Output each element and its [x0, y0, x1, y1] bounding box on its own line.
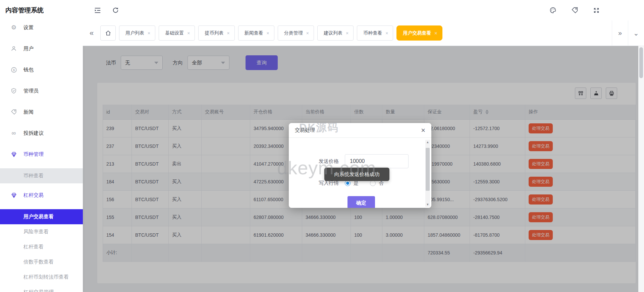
close-icon[interactable]: × [385, 31, 388, 36]
tab-user-trade-view[interactable]: 用户交易查看× [396, 25, 442, 41]
shield-check-icon [10, 87, 17, 95]
home-tab[interactable] [100, 25, 116, 41]
refresh-icon[interactable] [112, 7, 119, 13]
tag-icon[interactable] [571, 7, 578, 14]
tab-category-manage[interactable]: 分类管理× [278, 25, 314, 41]
sidebar-item-settings[interactable]: ⚙ 设置 [0, 20, 83, 35]
close-icon[interactable]: × [421, 127, 425, 134]
sidebar-item-users[interactable]: 用户 [0, 42, 83, 56]
radio-no[interactable] [370, 180, 376, 186]
diamond-icon [10, 151, 17, 158]
palette-icon[interactable] [549, 7, 556, 14]
tabs-scroll-left-icon[interactable]: « [83, 29, 100, 38]
close-icon[interactable]: × [306, 31, 309, 36]
sidebar-item-leverage-view[interactable]: 杠杆查看 [0, 239, 83, 254]
send-price-input[interactable] [345, 154, 409, 168]
tab-coin-view[interactable]: 币种查看× [357, 25, 393, 41]
tab-basic-settings[interactable]: 基础设置× [159, 25, 195, 41]
user-icon [10, 45, 17, 52]
trade-handle-dialog: 交易处理 × 发送价格 写入行情 是 否 确定 ▲ ▼ [289, 123, 431, 208]
tab-withdraw-list[interactable]: 提币列表× [198, 25, 234, 41]
sidebar-item-leverage-trade[interactable]: 杠杆交易 [0, 188, 83, 202]
sidebar-item-coin-view[interactable]: 币种查看 [0, 168, 83, 183]
close-icon[interactable]: × [267, 31, 269, 36]
close-icon[interactable]: × [148, 31, 150, 36]
sidebar-item-admin[interactable]: 管理员 [0, 84, 83, 98]
close-icon[interactable]: × [346, 31, 348, 36]
radio-yes[interactable] [345, 180, 351, 186]
tabs-dropdown-icon[interactable]: ⌄ [628, 20, 644, 46]
close-icon[interactable]: × [227, 31, 229, 36]
send-price-label: 发送价格 [319, 158, 345, 165]
home-icon [105, 30, 111, 36]
app-title: 内容管理系统 [0, 6, 83, 15]
close-icon[interactable]: × [187, 31, 190, 36]
svg-text:$: $ [13, 68, 15, 71]
collapse-menu-icon[interactable] [94, 7, 101, 13]
sidebar-item-user-trade-view[interactable]: 用户交易查看 [0, 209, 83, 224]
sidebar-item-suggestions[interactable]: ∞ 投拆建议 [0, 126, 83, 140]
app-header: 内容管理系统 [0, 0, 644, 20]
link-icon: ∞ [10, 129, 17, 137]
tag-icon [10, 108, 17, 116]
sidebar-item-leverage-transfer-view[interactable]: 杠杆币划转法币查看 [0, 270, 83, 285]
gear-icon: ⚙ [10, 24, 17, 31]
page-scrollbar[interactable] [638, 46, 644, 292]
tab-list: 用户列表× 基础设置× 提币列表× 新闻查看× 分类管理× 建议列表× 币种查看… [119, 25, 442, 41]
sidebar-item-coin-manage[interactable]: 币种管理 [0, 147, 83, 161]
sidebar-item-leverage-trade-manage[interactable]: 杠杆交易管理 [0, 285, 83, 292]
tab-suggestion-list[interactable]: 建议列表× [317, 25, 354, 41]
sidebar-item-news[interactable]: 新闻 [0, 105, 83, 119]
toast-message: 向系统发送价格成功 [324, 168, 389, 181]
scrollbar-thumb[interactable] [639, 47, 643, 78]
scroll-down-icon[interactable]: ▼ [425, 203, 430, 206]
sidebar-item-risk-rate-view[interactable]: 风险率查看 [0, 224, 83, 239]
dialog-scrollbar[interactable]: ▲ ▼ [425, 140, 430, 207]
diamond-icon [10, 191, 17, 199]
tab-news-view[interactable]: 新闻查看× [238, 25, 274, 41]
tab-bar: « 用户列表× 基础设置× 提币列表× 新闻查看× 分类管理× 建议列表× 币种… [83, 20, 644, 46]
sidebar-item-multiple-lots-view[interactable]: 倍数手数查看 [0, 254, 83, 270]
dialog-confirm-button[interactable]: 确定 [347, 196, 375, 208]
fullscreen-icon[interactable] [593, 7, 600, 14]
tab-user-list[interactable]: 用户列表× [119, 25, 155, 41]
scroll-up-icon[interactable]: ▲ [425, 140, 430, 144]
dialog-title: 交易处理 [295, 127, 315, 133]
tabs-scroll-right-icon[interactable]: » [612, 20, 628, 46]
sidebar: ⚙ 设置 用户 $ 钱包 管理员 新闻 ∞ 投拆建议 币种管理 币种查看 [0, 20, 83, 292]
scrollbar-thumb[interactable] [426, 148, 430, 191]
wallet-icon: $ [10, 66, 17, 73]
sidebar-item-wallet[interactable]: $ 钱包 [0, 63, 83, 77]
close-icon[interactable]: × [434, 31, 437, 36]
